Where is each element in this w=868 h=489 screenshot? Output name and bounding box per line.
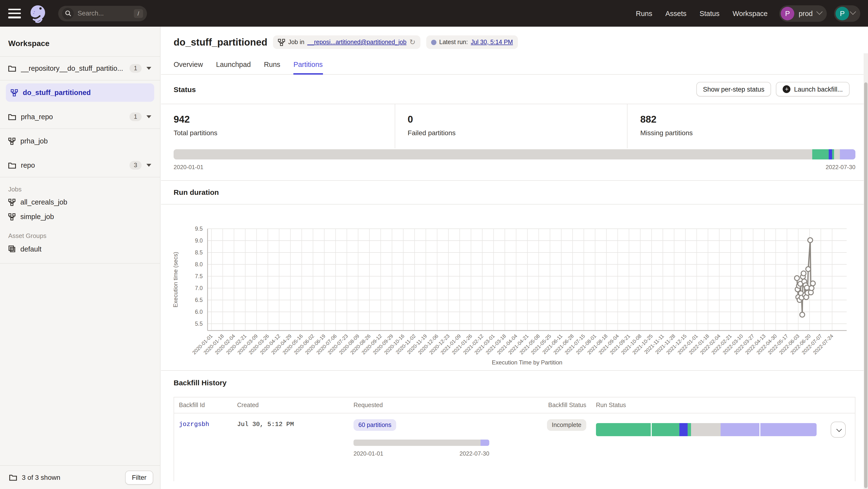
workspace-sidebar: Workspace __repository__do_stuff_partiti… xyxy=(0,27,160,489)
sidebar-item-do_stuff_partitioned[interactable]: do_stuff_partitioned xyxy=(6,84,154,102)
repo-count-badge: 1 xyxy=(129,112,142,121)
tab-launchpad[interactable]: Launchpad xyxy=(216,61,251,74)
run-status-dot xyxy=(431,39,436,45)
status-heading: Status xyxy=(174,85,196,93)
refresh-icon[interactable]: ↻ xyxy=(409,38,415,46)
asset-group-icon xyxy=(8,245,16,253)
requested-partitions-chip[interactable]: 60 partitions xyxy=(353,419,396,431)
caret-down-icon[interactable] xyxy=(147,115,151,118)
svg-text:9.5: 9.5 xyxy=(195,226,203,232)
stat-value: 0 xyxy=(408,114,614,125)
backfill-created: Jul 30, 5:12 PM xyxy=(237,421,294,428)
menu-icon[interactable] xyxy=(8,8,21,18)
sidebar-item-prha_job[interactable]: prha_job xyxy=(0,129,160,153)
tab-partitions[interactable]: Partitions xyxy=(293,61,323,74)
column-header-created: Created xyxy=(232,397,349,413)
svg-text:6.5: 6.5 xyxy=(195,297,203,303)
job-tag: Job in __reposi...artitioned@partitioned… xyxy=(273,35,421,49)
top-navigation: Search... / RunsAssetsStatusWorkspace P … xyxy=(0,0,868,27)
job-icon xyxy=(11,89,18,96)
search-input[interactable]: Search... / xyxy=(58,6,147,21)
partition-status-bar-section: 2020-01-01 2022-07-30 xyxy=(161,148,868,180)
sidebar-item-default[interactable]: default xyxy=(0,241,160,264)
scrollbar-thumb[interactable] xyxy=(864,83,868,488)
svg-text:8.5: 8.5 xyxy=(195,249,203,256)
backfill-table: Backfill IdCreatedRequestedBackfill Stat… xyxy=(174,397,856,481)
folder-icon xyxy=(8,65,16,72)
job-tag-prefix: Job in xyxy=(288,39,305,45)
nav-link-status[interactable]: Status xyxy=(700,9,719,17)
folder-icon xyxy=(9,474,17,481)
column-header-run-status: Run Status xyxy=(591,397,822,413)
job-icon xyxy=(278,38,285,46)
run-duration-heading: Run duration xyxy=(174,188,219,196)
run-duration-chart: 9.59.08.58.07.57.06.56.05.52020-01-01202… xyxy=(161,204,868,370)
show-per-step-status-button[interactable]: Show per-step status xyxy=(696,82,771,96)
launch-backfill-button[interactable]: +Launch backfill... xyxy=(776,82,849,96)
svg-text:Execution time (secs): Execution time (secs) xyxy=(172,252,179,307)
table-row: jozrgsbh Jul 30, 5:12 PM 60 partitions 2… xyxy=(174,414,855,481)
svg-text:5.5: 5.5 xyxy=(195,321,203,327)
tab-overview[interactable]: Overview xyxy=(174,61,203,74)
user-menu[interactable]: P xyxy=(834,5,860,22)
svg-text:7.5: 7.5 xyxy=(195,273,203,280)
column-header-backfill-id: Backfill Id xyxy=(174,397,232,413)
sidebar-footer: 3 of 3 shown Filter xyxy=(0,465,160,489)
folder-icon xyxy=(8,162,16,168)
expand-row-button[interactable] xyxy=(831,422,846,437)
deployment-switcher[interactable]: P prod xyxy=(779,5,827,22)
deployment-avatar: P xyxy=(781,6,794,20)
sidebar-item-prha_repo[interactable]: prha_repo1 xyxy=(0,105,160,129)
requested-range-start: 2020-01-01 xyxy=(353,450,383,457)
svg-text:7.0: 7.0 xyxy=(195,285,203,291)
nav-link-workspace[interactable]: Workspace xyxy=(733,9,768,17)
svg-text:8.0: 8.0 xyxy=(195,261,203,267)
backfill-status-badge: Incomplete xyxy=(547,419,586,431)
job-tag-link[interactable]: __reposi...artitioned@partitioned_job xyxy=(307,39,406,45)
repo-count-badge: 3 xyxy=(129,161,142,169)
sidebar-item-all_cereals_job[interactable]: all_cereals_job xyxy=(0,195,160,209)
stat-failed-partitions: 0 Failed partitions xyxy=(395,104,627,148)
sidebar-item-__repository__do_stuff_partitio-[interactable]: __repository__do_stuff_partitio...1 xyxy=(0,56,160,80)
job-icon xyxy=(8,213,16,220)
shown-count: 3 of 3 shown xyxy=(22,474,125,481)
sidebar-item-repo[interactable]: repo3 xyxy=(0,153,160,177)
svg-text:6.0: 6.0 xyxy=(195,309,203,315)
tab-runs[interactable]: Runs xyxy=(264,61,280,74)
caret-down-icon[interactable] xyxy=(147,67,151,70)
vertical-scrollbar[interactable] xyxy=(864,53,868,489)
backfill-id-link[interactable]: jozrgsbh xyxy=(179,421,209,428)
partition-stats: 942 Total partitions 0 Failed partitions… xyxy=(161,104,868,148)
partition-range-end: 2022-07-30 xyxy=(826,164,856,171)
backfill-table-header: Backfill IdCreatedRequestedBackfill Stat… xyxy=(174,397,855,414)
stat-total-partitions: 942 Total partitions xyxy=(161,104,395,148)
deployment-name: prod xyxy=(799,9,813,17)
partition-range-start: 2020-01-01 xyxy=(174,164,204,171)
stat-missing-partitions: 882 Missing partitions xyxy=(627,104,868,148)
plus-circle-icon: + xyxy=(783,85,790,93)
nav-link-runs[interactable]: Runs xyxy=(636,9,652,17)
latest-run-link[interactable]: Jul 30, 5:14 PM xyxy=(471,39,513,45)
svg-text:Execution Time by Partition: Execution Time by Partition xyxy=(492,359,562,366)
repo-count-badge: 1 xyxy=(129,64,142,73)
requested-progress-bar xyxy=(353,439,489,446)
sidebar-section-label: Asset Groups xyxy=(0,224,160,241)
caret-down-icon[interactable] xyxy=(147,164,151,166)
chevron-down-icon xyxy=(850,8,856,14)
job-icon xyxy=(8,198,16,206)
dagster-logo[interactable] xyxy=(28,4,48,23)
chevron-down-icon xyxy=(816,8,823,14)
nav-link-assets[interactable]: Assets xyxy=(665,9,686,17)
sidebar-item-simple_job[interactable]: simple_job xyxy=(0,209,160,224)
latest-run-tag: Latest run: Jul 30, 5:14 PM xyxy=(426,35,518,49)
sidebar-heading: Workspace xyxy=(0,27,160,56)
stat-label: Total partitions xyxy=(174,129,382,137)
search-shortcut-key: / xyxy=(133,9,143,18)
job-icon xyxy=(8,137,16,145)
filter-button[interactable]: Filter xyxy=(125,470,153,484)
requested-range-end: 2022-07-30 xyxy=(460,450,489,457)
latest-run-label: Latest run: xyxy=(439,39,468,45)
run-status-bar[interactable] xyxy=(596,423,816,436)
user-avatar: P xyxy=(836,6,849,20)
partition-status-bar[interactable] xyxy=(174,149,856,159)
